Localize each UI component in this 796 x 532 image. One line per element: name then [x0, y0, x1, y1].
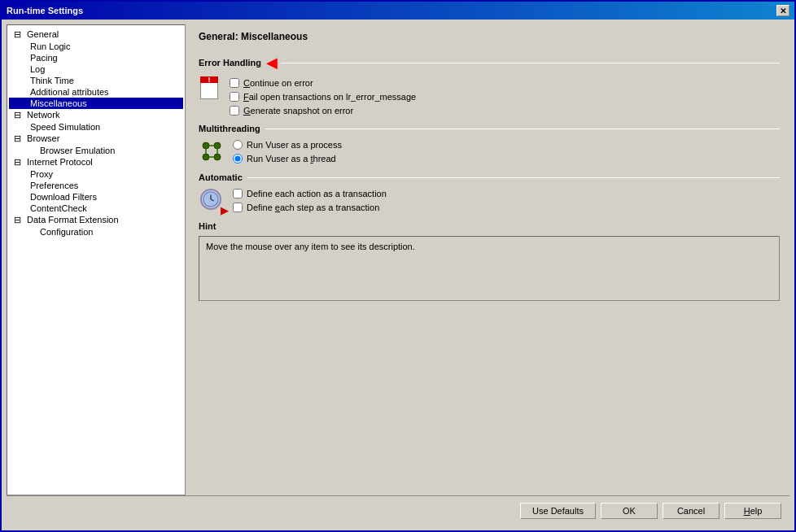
run-as-process-label: Run Vuser as a process [247, 140, 342, 150]
tree-item-miscellaneous[interactable]: Miscellaneous [9, 98, 183, 109]
tree-item-configuration[interactable]: Configuration [9, 226, 183, 238]
automatic-options: Define each action as a transaction Defi… [233, 189, 387, 212]
tree-item-think-time[interactable]: Think Time [9, 75, 183, 86]
continue-on-error-label: Continue on error [243, 78, 313, 88]
define-action-transaction-checkbox[interactable] [233, 189, 243, 198]
use-defaults-button[interactable]: Use Defaults [520, 503, 596, 519]
right-panel: General: Miscellaneous Error Handling ◀ [189, 24, 789, 495]
fail-open-transactions-row: Fail open transactions on lr_error_messa… [230, 92, 416, 102]
tree-panel: ⊟ General Run Logic Pacing Log Think Tim… [7, 24, 186, 495]
multithreading-divider [265, 129, 780, 129]
error-handling-section: Error Handling ◀ ! [199, 54, 780, 116]
hint-box: Move the mouse over any item to see its … [199, 236, 780, 301]
automatic-divider [247, 177, 780, 178]
arrow-indicator-icon: ◀ [266, 54, 278, 72]
tree-item-network[interactable]: ⊟ Network [9, 109, 183, 121]
run-as-process-radio[interactable] [233, 140, 243, 150]
svg-point-3 [214, 154, 221, 160]
help-button[interactable]: Help [724, 503, 781, 519]
svg-point-1 [214, 142, 221, 149]
automatic-icon: ▶ [199, 187, 225, 213]
ok-button[interactable]: OK [601, 503, 658, 519]
continue-on-error-row: Continue on error [230, 78, 416, 88]
dialog-body: ⊟ General Run Logic Pacing Log Think Tim… [2, 20, 794, 530]
define-action-transaction-row: Define each action as a transaction [233, 189, 387, 198]
error-handling-content: ! Continue on error Fail open transactio… [199, 76, 780, 116]
main-window: Run-time Settings ✕ ⊟ General Run Logic … [0, 0, 796, 532]
error-handling-header: Error Handling ◀ [199, 54, 780, 72]
tree-item-proxy[interactable]: Proxy [9, 168, 183, 180]
tree-item-download-filters[interactable]: Download Filters [9, 191, 183, 203]
multithreading-section: Multithreading [199, 124, 780, 164]
tree-item-additional-attributes[interactable]: Additional attributes [9, 86, 183, 98]
tree-item-data-format-extension[interactable]: ⊟ Data Format Extension [9, 214, 183, 226]
tree-item-general[interactable]: ⊟ General [9, 28, 183, 41]
generate-snapshot-row: Generate snapshot on error [230, 106, 416, 116]
hint-section: Hint Move the mouse over any item to see… [199, 221, 780, 301]
run-as-process-row: Run Vuser as a process [233, 140, 342, 150]
automatic-section: Automatic [199, 172, 780, 213]
panel-title: General: Miscellaneous [199, 31, 780, 42]
define-step-transaction-label: Define each step as a transaction [247, 203, 379, 212]
dialog-content: ⊟ General Run Logic Pacing Log Think Tim… [7, 24, 789, 495]
run-as-thread-label: Run Vuser as a thread [247, 154, 336, 164]
error-handling-divider [281, 63, 780, 63]
hint-text: Move the mouse over any item to see its … [206, 242, 415, 251]
error-handling-options: Continue on error Fail open transactions… [230, 78, 416, 116]
tree-item-browser-emulation[interactable]: Browser Emulation [9, 145, 183, 156]
continue-on-error-checkbox[interactable] [230, 78, 239, 88]
fail-open-transactions-checkbox[interactable] [230, 92, 239, 102]
tree-item-pacing[interactable]: Pacing [9, 52, 183, 63]
svg-point-0 [203, 142, 209, 149]
svg-point-2 [203, 154, 209, 160]
multithreading-options: Run Vuser as a process Run Vuser as a th… [233, 140, 342, 164]
multithreading-header: Multithreading [199, 124, 780, 133]
close-button[interactable]: ✕ [776, 5, 789, 16]
thread-icon [199, 138, 225, 164]
automatic-label: Automatic [199, 172, 243, 182]
generate-snapshot-checkbox[interactable] [230, 106, 239, 116]
automatic-header: Automatic [199, 172, 780, 182]
error-handling-label: Error Handling [199, 58, 261, 68]
tree-item-content-check[interactable]: ContentCheck [9, 203, 183, 214]
tree-item-speed-simulation[interactable]: Speed Simulation [9, 121, 183, 133]
tree-item-log[interactable]: Log [9, 63, 183, 75]
run-as-thread-row: Run Vuser as a thread [233, 154, 342, 164]
fail-open-transactions-label: Fail open transactions on lr_error_messa… [243, 92, 416, 102]
window-title: Run-time Settings [7, 6, 83, 15]
define-step-transaction-row: Define each step as a transaction [233, 203, 387, 212]
define-action-transaction-label: Define each action as a transaction [247, 189, 387, 198]
tree-item-run-logic[interactable]: Run Logic [9, 41, 183, 52]
tree-item-browser[interactable]: ⊟ Browser [9, 133, 183, 145]
automatic-content: ▶ Define each action as a transaction De… [199, 187, 780, 213]
tree-item-internet-protocol[interactable]: ⊟ Internet Protocol [9, 156, 183, 168]
button-row: Use Defaults OK Cancel Help [7, 495, 789, 525]
run-as-thread-radio[interactable] [233, 154, 243, 164]
multithreading-content: Run Vuser as a process Run Vuser as a th… [199, 138, 780, 164]
cancel-button[interactable]: Cancel [663, 503, 719, 519]
tree-item-preferences[interactable]: Preferences [9, 180, 183, 191]
multithreading-label: Multithreading [199, 124, 260, 133]
title-bar: Run-time Settings ✕ [2, 2, 794, 20]
hint-label: Hint [199, 221, 216, 231]
generate-snapshot-label: Generate snapshot on error [243, 106, 353, 116]
error-icon: ! [199, 76, 221, 101]
define-step-transaction-checkbox[interactable] [233, 203, 243, 212]
hint-header: Hint [199, 221, 780, 231]
